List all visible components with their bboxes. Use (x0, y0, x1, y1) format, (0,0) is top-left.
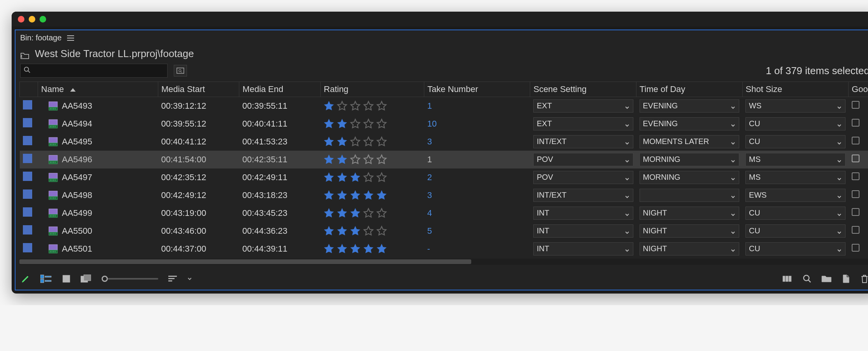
table-row[interactable]: AA549600:41:54:0000:42:35:111POVMORNINGM… (20, 151, 868, 169)
panel-tab-label[interactable]: Bin: footage (20, 33, 62, 42)
shot-size-select[interactable]: WS (745, 99, 846, 113)
star-icon[interactable] (363, 118, 374, 129)
star-icon[interactable] (350, 118, 361, 129)
star-icon[interactable] (376, 226, 387, 236)
star-icon[interactable] (337, 190, 348, 201)
star-icon[interactable] (337, 243, 348, 254)
rating-stars[interactable] (323, 118, 421, 129)
good-checkbox[interactable] (852, 244, 859, 252)
label-color-swatch[interactable] (23, 154, 32, 163)
horizontal-scrollbar-thumb[interactable] (19, 259, 471, 264)
take-number-cell[interactable]: 3 (424, 133, 530, 151)
label-color-swatch[interactable] (23, 100, 32, 109)
time-of-day-select[interactable]: EVENING (640, 117, 740, 130)
media-start-cell[interactable]: 00:42:49:12 (158, 186, 239, 204)
star-icon[interactable] (363, 208, 374, 219)
panel-menu-icon[interactable] (67, 35, 74, 41)
minimize-window-button[interactable] (29, 16, 35, 23)
take-number-cell[interactable]: 5 (424, 222, 530, 240)
table-row[interactable]: AA549700:42:35:1200:42:49:112POVMORNINGM… (20, 169, 868, 186)
icon-view-icon[interactable] (62, 275, 71, 283)
shot-size-select[interactable]: EWS (745, 189, 846, 202)
label-color-swatch[interactable] (23, 243, 32, 252)
rating-stars[interactable] (323, 226, 421, 236)
star-icon[interactable] (337, 136, 348, 147)
media-end-cell[interactable]: 00:39:55:11 (239, 97, 320, 115)
media-end-cell[interactable]: 00:42:49:11 (239, 169, 320, 186)
table-row[interactable]: AA549800:42:49:1200:43:18:233INT/EXTEWS (20, 186, 868, 204)
star-icon[interactable] (323, 208, 334, 219)
good-checkbox[interactable] (852, 155, 859, 162)
freeform-view-icon[interactable] (81, 275, 92, 283)
time-of-day-select[interactable]: MOMENTS LATER (640, 135, 740, 148)
star-icon[interactable] (323, 190, 334, 201)
scene-setting-select[interactable]: INT (533, 207, 633, 220)
writable-mode-icon[interactable] (21, 274, 30, 283)
column-header-label[interactable] (20, 82, 38, 97)
new-bin-icon[interactable] (821, 275, 832, 283)
shot-size-select[interactable]: CU (745, 117, 846, 130)
column-header-media-start[interactable]: Media Start (158, 82, 239, 97)
media-end-cell[interactable]: 00:41:53:23 (239, 133, 320, 151)
media-start-cell[interactable]: 00:43:19:00 (158, 204, 239, 222)
scene-setting-select[interactable]: INT (533, 224, 633, 238)
close-window-button[interactable] (18, 16, 24, 23)
star-icon[interactable] (376, 243, 387, 254)
time-of-day-select[interactable] (640, 189, 740, 202)
star-icon[interactable] (376, 172, 387, 183)
star-icon[interactable] (323, 118, 334, 129)
take-number-cell[interactable]: 10 (424, 115, 530, 133)
star-icon[interactable] (323, 226, 334, 236)
good-checkbox[interactable] (852, 172, 859, 180)
take-number-cell[interactable]: 1 (424, 97, 530, 115)
star-icon[interactable] (363, 172, 374, 183)
media-start-cell[interactable]: 00:41:54:00 (158, 151, 239, 169)
star-icon[interactable] (337, 172, 348, 183)
star-icon[interactable] (376, 101, 387, 111)
shot-size-select[interactable]: CU (745, 224, 846, 238)
good-checkbox[interactable] (852, 226, 859, 234)
time-of-day-select[interactable]: MORNING (640, 171, 740, 184)
take-number-cell[interactable]: 4 (424, 204, 530, 222)
star-icon[interactable] (323, 154, 334, 165)
shot-size-select[interactable]: MS (745, 153, 846, 166)
star-icon[interactable] (376, 154, 387, 165)
media-end-cell[interactable]: 00:43:18:23 (239, 186, 320, 204)
sort-menu-icon[interactable] (168, 275, 177, 283)
table-row[interactable]: AA550000:43:46:0000:44:36:235INTNIGHTCU (20, 222, 868, 240)
star-icon[interactable] (350, 190, 361, 201)
zoom-slider[interactable] (102, 276, 158, 282)
media-end-cell[interactable]: 00:42:35:11 (239, 151, 320, 169)
find-icon[interactable] (803, 275, 811, 283)
good-checkbox[interactable] (852, 101, 859, 109)
list-view-icon[interactable] (40, 275, 52, 283)
star-icon[interactable] (350, 101, 361, 111)
star-icon[interactable] (323, 101, 334, 111)
scene-setting-select[interactable]: INT/EXT (533, 135, 633, 148)
star-icon[interactable] (363, 243, 374, 254)
star-icon[interactable] (337, 208, 348, 219)
rating-stars[interactable] (323, 136, 421, 147)
media-start-cell[interactable]: 00:39:12:12 (158, 97, 239, 115)
good-checkbox[interactable] (852, 119, 859, 127)
star-icon[interactable] (337, 154, 348, 165)
rating-stars[interactable] (323, 172, 421, 183)
media-end-cell[interactable]: 00:44:39:11 (239, 240, 320, 258)
time-of-day-select[interactable]: NIGHT (640, 207, 740, 220)
label-color-swatch[interactable] (23, 118, 32, 127)
shot-size-select[interactable]: CU (745, 135, 846, 148)
star-icon[interactable] (363, 190, 374, 201)
good-checkbox[interactable] (852, 190, 859, 198)
column-header-time-of-day[interactable]: Time of Day (636, 82, 743, 97)
search-in-bin-icon[interactable] (174, 65, 187, 76)
column-header-rating[interactable]: Rating (320, 82, 424, 97)
star-icon[interactable] (323, 172, 334, 183)
parent-bin-icon[interactable] (20, 50, 29, 58)
star-icon[interactable] (337, 118, 348, 129)
label-color-swatch[interactable] (23, 172, 32, 181)
new-item-icon[interactable] (842, 274, 850, 283)
star-icon[interactable] (376, 118, 387, 129)
take-number-cell[interactable]: - (424, 240, 530, 258)
star-icon[interactable] (323, 136, 334, 147)
media-start-cell[interactable]: 00:44:37:00 (158, 240, 239, 258)
